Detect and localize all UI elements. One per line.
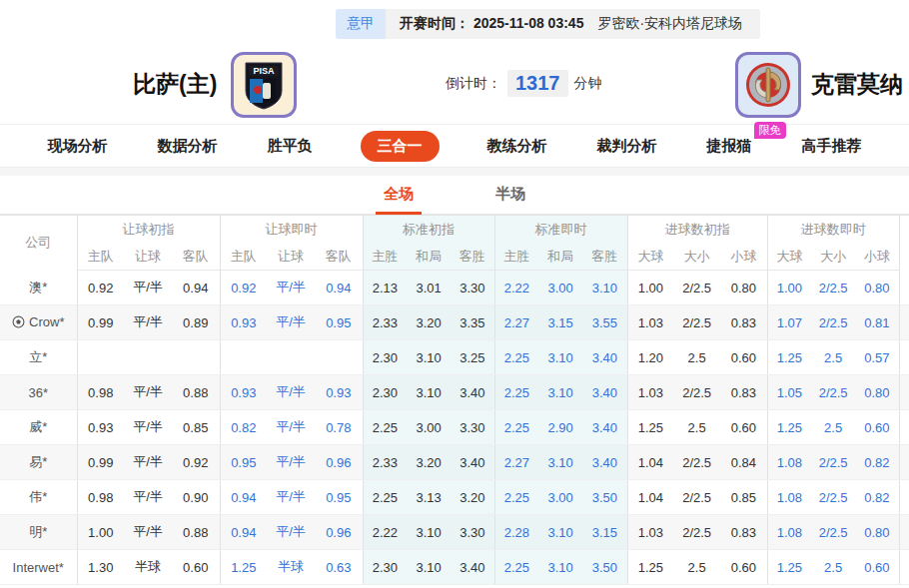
nav-tab-2[interactable]: 数据分析 <box>156 133 220 160</box>
company-cell[interactable]: 澳* <box>0 271 77 305</box>
sub-header: 主队 <box>77 244 124 271</box>
odds-cell: 2.22 <box>363 515 407 550</box>
nav-tab-3[interactable]: 胜平负 <box>266 133 315 160</box>
company-cell[interactable]: 立* <box>0 340 77 375</box>
odds-cell: 3.20 <box>407 445 451 480</box>
odds-cell: 1.08 <box>767 445 811 480</box>
odds-cell: 0.84 <box>720 445 767 480</box>
odds-cell: 2/2.5 <box>811 445 855 480</box>
odds-cell: 1.25 <box>627 410 673 445</box>
free-trial-badge: 限免 <box>754 122 786 139</box>
odds-cell: 0.90 <box>172 480 220 515</box>
away-team: 克雷莫纳 <box>735 52 903 118</box>
odds-cell: 2.30 <box>363 375 407 410</box>
company-cell[interactable]: 36* <box>0 375 77 410</box>
odds-cell: 平/半 <box>124 445 172 480</box>
odds-cell: 平/半 <box>124 515 172 550</box>
odds-cell: 平/半 <box>267 410 315 445</box>
top-info-bar-wrap: 意甲 开赛时间： 2025-11-08 03:45 罗密欧·安科内塔尼球场 <box>0 0 909 45</box>
nav-tab-5[interactable]: 教练分析 <box>485 133 549 160</box>
odds-cell: 3.10 <box>538 375 582 410</box>
company-cell[interactable]: 易* <box>0 445 77 480</box>
sub-header: 小球 <box>720 244 767 271</box>
col-group-3: 标准初指 <box>363 216 494 244</box>
odds-cell: 1.30 <box>77 550 124 585</box>
company-cell[interactable]: 伟* <box>0 480 77 515</box>
company-cell[interactable]: 威* <box>0 410 77 445</box>
odds-cell: 1.04 <box>627 445 673 480</box>
odds-row: 易*0.99平/半0.920.95平/半0.962.333.203.402.27… <box>0 445 909 480</box>
nav-tab-8[interactable]: 高手推荐 <box>800 133 864 160</box>
countdown-label: 倒计时： <box>446 75 501 93</box>
company-name: 易* <box>29 453 47 471</box>
odds-cell: 0.60 <box>720 340 767 375</box>
period-tab-1[interactable]: 全场 <box>376 177 422 215</box>
odds-cell: 1.08 <box>767 515 811 550</box>
cutoff-cell <box>899 375 909 410</box>
odds-cell: 0.99 <box>77 445 124 480</box>
venue-name: 罗密欧·安科内塔尼球场 <box>597 15 742 33</box>
odds-cell: 0.93 <box>77 410 124 445</box>
company-cell[interactable]: Interwet* <box>0 550 77 585</box>
odds-cell: 平/半 <box>124 271 172 305</box>
odds-cell: 0.80 <box>855 375 899 410</box>
odds-cell: 2.5 <box>673 410 720 445</box>
sub-header: 客队 <box>315 244 363 271</box>
odds-cell: 0.95 <box>315 305 363 340</box>
odds-cell: 1.08 <box>767 480 811 515</box>
odds-cell: 2/2.5 <box>673 445 720 480</box>
odds-cell: 0.93 <box>315 375 363 410</box>
match-header: 比萨(主) PISA 倒计时： 1317 分钟 <box>0 45 909 125</box>
cutoff-cell <box>899 515 909 550</box>
odds-cell: 0.96 <box>315 445 363 480</box>
sub-header: 小球 <box>855 244 899 271</box>
nav-tab-1[interactable]: 现场分析 <box>46 133 110 160</box>
odds-cell: 1.03 <box>627 305 673 340</box>
odds-cell: 3.20 <box>407 305 451 340</box>
odds-cell: 3.40 <box>582 340 627 375</box>
col-group-4: 标准即时 <box>494 216 627 244</box>
odds-cell: 3.55 <box>582 305 627 340</box>
period-tab-2[interactable]: 半场 <box>487 177 533 215</box>
odds-cell: 3.40 <box>582 375 627 410</box>
odds-cell: 0.94 <box>220 480 267 515</box>
cutoff-cell <box>899 305 909 340</box>
company-name: 澳* <box>29 279 47 296</box>
odds-cell: 0.82 <box>855 480 899 515</box>
odds-cell: 2.33 <box>363 305 407 340</box>
cutoff-cell <box>899 480 909 515</box>
nav-tab-7[interactable]: 捷报猫限免 <box>705 133 754 160</box>
odds-cell: 1.00 <box>767 271 811 305</box>
odds-cell: 1.25 <box>767 340 811 375</box>
odds-cell <box>315 340 363 375</box>
odds-cell: 2.5 <box>811 550 855 585</box>
odds-cell: 3.30 <box>451 410 494 445</box>
company-name: 36* <box>28 385 48 400</box>
company-cell[interactable]: Crow* <box>0 305 77 340</box>
odds-cell: 0.60 <box>855 410 899 445</box>
odds-cell: 2/2.5 <box>673 515 720 550</box>
odds-cell: 2.25 <box>494 340 538 375</box>
odds-cell: 平/半 <box>267 445 315 480</box>
odds-cell: 3.10 <box>407 550 451 585</box>
odds-cell: 1.25 <box>767 410 811 445</box>
odds-row: Interwet*1.30半球0.601.25半球0.632.303.103.4… <box>0 550 909 585</box>
odds-cell <box>220 340 267 375</box>
company-cell[interactable]: 明* <box>0 515 77 550</box>
odds-cell: 3.50 <box>582 550 627 585</box>
odds-cell: 2.5 <box>673 340 720 375</box>
sub-header: 主队 <box>220 244 267 271</box>
odds-cell: 0.60 <box>855 550 899 585</box>
nav-tab-6[interactable]: 裁判分析 <box>595 133 659 160</box>
odds-cell: 3.40 <box>451 550 494 585</box>
odds-cell: 1.04 <box>627 480 673 515</box>
nav-tab-4[interactable]: 三合一 <box>361 131 440 162</box>
kickoff-time: 开赛时间： 2025-11-08 03:45 <box>400 15 583 33</box>
odds-cell: 0.85 <box>172 410 220 445</box>
odds-cell: 0.92 <box>220 271 267 305</box>
sub-header: 和局 <box>538 244 582 271</box>
odds-cell: 1.25 <box>220 550 267 585</box>
odds-cell: 平/半 <box>267 480 315 515</box>
sub-header: 主胜 <box>363 244 407 271</box>
col-group-1: 让球初指 <box>77 216 220 244</box>
